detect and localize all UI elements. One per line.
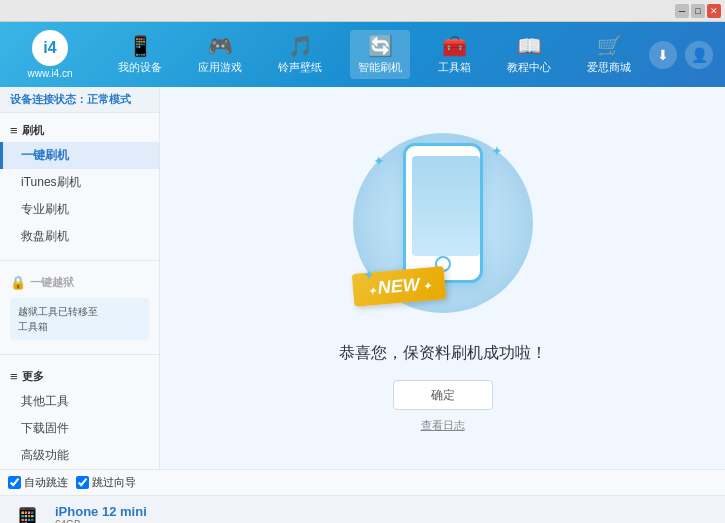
close-button[interactable]: ✕ <box>707 4 721 18</box>
status-value: 正常模式 <box>87 93 131 105</box>
sidebar-item-itunes-flash[interactable]: iTunes刷机 <box>0 169 159 196</box>
connection-status: 设备连接状态：正常模式 <box>0 87 159 113</box>
skip-wizard-checkbox[interactable] <box>76 476 89 489</box>
nav-smart-flash[interactable]: 🔄 智能刷机 <box>350 30 410 79</box>
title-bar: ─ □ ✕ <box>0 0 725 22</box>
device-info: iPhone 12 mini 64GB Down-12mini-13,1 <box>55 504 715 523</box>
nav-toolbox[interactable]: 🧰 工具箱 <box>430 30 479 79</box>
sidebar-item-advanced[interactable]: 高级功能 <box>0 442 159 469</box>
nav-right-actions: ⬇ 👤 <box>649 41 725 69</box>
status-label: 设备连接状态： <box>10 93 87 105</box>
main-layout: 设备连接状态：正常模式 ≡ 刷机 一键刷机 iTunes刷机 专业刷机 救盘刷机… <box>0 87 725 469</box>
sidebar-item-rescue-flash[interactable]: 救盘刷机 <box>0 223 159 250</box>
nav-smart-flash-label: 智能刷机 <box>358 60 402 75</box>
device-name: iPhone 12 mini <box>55 504 715 519</box>
device-icon: 📱 <box>10 506 45 523</box>
more-section: ≡ 更多 其他工具 下载固件 高级功能 <box>0 359 159 469</box>
divider-1 <box>0 260 159 261</box>
checkbox-bar: 自动跳连 跳过向导 <box>0 469 725 495</box>
flash-section-header: ≡ 刷机 <box>0 119 159 142</box>
jailbreak-section-header: 🔒 一键越狱 <box>0 271 159 294</box>
auto-start-checkbox-label[interactable]: 自动跳连 <box>8 475 68 490</box>
jailbreak-notice: 越狱工具已转移至工具箱 <box>10 298 149 340</box>
more-section-header: ≡ 更多 <box>0 365 159 388</box>
nav-official-label: 爱思商城 <box>587 60 631 75</box>
sparkle-icon-1: ✦ <box>373 153 385 169</box>
section-icon-more: ≡ <box>10 369 18 384</box>
sidebar-item-other-tools[interactable]: 其他工具 <box>0 388 159 415</box>
user-button[interactable]: 👤 <box>685 41 713 69</box>
nav-apps[interactable]: 🎮 应用游戏 <box>190 30 250 79</box>
nav-ringtones[interactable]: 🎵 铃声壁纸 <box>270 30 330 79</box>
sidebar-item-pro-flash[interactable]: 专业刷机 <box>0 196 159 223</box>
smart-flash-icon: 🔄 <box>368 34 393 58</box>
confirm-button[interactable]: 确定 <box>393 380 493 410</box>
apps-icon: 🎮 <box>208 34 233 58</box>
flash-section: ≡ 刷机 一键刷机 iTunes刷机 专业刷机 救盘刷机 <box>0 113 159 256</box>
download-button[interactable]: ⬇ <box>649 41 677 69</box>
nav-tutorials[interactable]: 📖 教程中心 <box>499 30 559 79</box>
toolbox-icon: 🧰 <box>442 34 467 58</box>
logo-text: www.i4.cn <box>27 68 72 79</box>
nav-my-device-label: 我的设备 <box>118 60 162 75</box>
content-area: NEW ✦ ✦ ✦ 恭喜您，保资料刷机成功啦！ 确定 查看日志 <box>160 87 725 469</box>
lock-icon: 🔒 <box>10 275 26 290</box>
skip-wizard-checkbox-label[interactable]: 跳过向导 <box>76 475 136 490</box>
sidebar-item-download-firmware[interactable]: 下载固件 <box>0 415 159 442</box>
logo-area: i4 www.i4.cn <box>0 30 100 79</box>
phone-illustration: NEW ✦ ✦ ✦ <box>343 123 543 323</box>
official-icon: 🛒 <box>597 34 622 58</box>
nav-toolbox-label: 工具箱 <box>438 60 471 75</box>
maximize-button[interactable]: □ <box>691 4 705 18</box>
nav-my-device[interactable]: 📱 我的设备 <box>110 30 170 79</box>
sparkle-icon-2: ✦ <box>491 143 503 159</box>
auto-start-checkbox[interactable] <box>8 476 21 489</box>
phone-body <box>403 143 483 283</box>
phone-screen <box>412 156 480 256</box>
skip-wizard-label: 跳过向导 <box>92 475 136 490</box>
nav-apps-label: 应用游戏 <box>198 60 242 75</box>
sidebar-item-onekey-flash[interactable]: 一键刷机 <box>0 142 159 169</box>
tutorials-icon: 📖 <box>517 34 542 58</box>
nav-tutorials-label: 教程中心 <box>507 60 551 75</box>
logo-icon: i4 <box>32 30 68 66</box>
device-storage: 64GB <box>55 519 715 523</box>
nav-official[interactable]: 🛒 爱思商城 <box>579 30 639 79</box>
sidebar: 设备连接状态：正常模式 ≡ 刷机 一键刷机 iTunes刷机 专业刷机 救盘刷机… <box>0 87 160 469</box>
section-icon-flash: ≡ <box>10 123 18 138</box>
my-device-icon: 📱 <box>128 34 153 58</box>
minimize-button[interactable]: ─ <box>675 4 689 18</box>
sparkle-icon-3: ✦ <box>363 267 375 283</box>
nav-bar: 📱 我的设备 🎮 应用游戏 🎵 铃声壁纸 🔄 智能刷机 🧰 工具箱 📖 教程中心… <box>100 30 649 79</box>
success-message: 恭喜您，保资料刷机成功啦！ <box>339 343 547 364</box>
auto-start-label: 自动跳连 <box>24 475 68 490</box>
header: i4 www.i4.cn 📱 我的设备 🎮 应用游戏 🎵 铃声壁纸 🔄 智能刷机… <box>0 22 725 87</box>
nav-ringtones-label: 铃声壁纸 <box>278 60 322 75</box>
device-bar: 📱 iPhone 12 mini 64GB Down-12mini-13,1 <box>0 495 725 523</box>
jailbreak-section: 🔒 一键越狱 越狱工具已转移至工具箱 <box>0 265 159 350</box>
divider-2 <box>0 354 159 355</box>
ringtones-icon: 🎵 <box>288 34 313 58</box>
view-log-link[interactable]: 查看日志 <box>421 418 465 433</box>
